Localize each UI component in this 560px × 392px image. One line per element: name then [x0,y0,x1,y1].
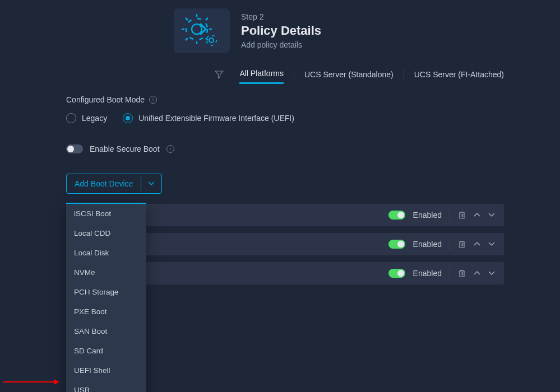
dropdown-item-local-disk[interactable]: Local Disk [66,243,146,263]
add-boot-label: Add Boot Device [67,174,141,193]
chevron-up-icon[interactable] [474,271,480,276]
platform-tabs: All Platforms UCS Server (Standalone) UC… [0,59,560,95]
radio-icon-selected [123,113,133,123]
boot-enabled-toggle[interactable] [388,240,405,249]
boot-mode-label-row: Configured Boot Mode i [66,95,504,104]
radio-icon [66,113,76,123]
annotation-arrow-icon [3,378,59,386]
step-label: Step 2 [241,12,321,21]
add-boot-device-button[interactable]: Add Boot Device [66,174,162,194]
divider [450,208,450,222]
delete-icon[interactable] [458,211,466,220]
boot-enabled-toggle[interactable] [388,211,405,220]
dropdown-item-uefi-shell[interactable]: UEFI Shell [66,361,146,380]
enabled-label: Enabled [413,269,442,278]
radio-uefi[interactable]: Unified Extensible Firmware Interface (U… [123,113,294,123]
policy-gear-illustration [174,8,230,53]
chevron-down-icon[interactable] [488,242,495,246]
delete-icon[interactable] [458,269,466,278]
gear-icon [180,12,224,49]
dropdown-item-nvme[interactable]: NVMe [66,263,146,282]
tab-all-platforms[interactable]: All Platforms [239,64,284,84]
dropdown-item-local-cdd[interactable]: Local CDD [66,223,146,243]
dropdown-item-pch-storage[interactable]: PCH Storage [66,282,146,302]
chevron-down-icon[interactable] [488,271,495,276]
chevron-down-icon[interactable] [488,213,495,217]
dropdown-item-san-boot[interactable]: SAN Boot [66,321,146,341]
boot-mode-radio-group: Legacy Unified Extensible Firmware Inter… [66,113,504,123]
dropdown-item-usb[interactable]: USB [66,380,146,392]
svg-point-1 [186,18,207,40]
page-description: Add policy details [241,40,321,49]
svg-point-2 [209,38,214,43]
radio-label: Unified Extensible Firmware Interface (U… [138,114,294,123]
add-boot-dropdown: iSCSI Boot Local CDD Local Disk NVMe PCH… [66,203,146,392]
svg-point-0 [192,24,202,34]
secure-boot-label: Enable Secure Boot [90,144,160,153]
filter-icon[interactable] [215,70,224,79]
tab-divider [294,69,294,80]
delete-icon[interactable] [458,240,466,249]
page-title: Policy Details [241,24,321,38]
chevron-up-icon[interactable] [474,242,480,246]
tab-standalone[interactable]: UCS Server (Standalone) [304,66,394,83]
radio-label: Legacy [82,114,107,123]
divider [450,267,450,280]
svg-marker-5 [54,379,59,385]
chevron-up-icon[interactable] [474,213,480,217]
info-icon[interactable]: i [149,96,157,104]
boot-enabled-toggle[interactable] [388,269,405,278]
dropdown-item-iscsi-boot[interactable]: iSCSI Boot [66,204,146,223]
info-icon[interactable]: i [166,145,174,153]
page-header: Step 2 Policy Details Add policy details [0,0,560,59]
radio-legacy[interactable]: Legacy [66,113,107,123]
chevron-down-icon [141,176,161,191]
divider [450,237,450,251]
secure-boot-toggle[interactable] [66,144,83,153]
enabled-label: Enabled [413,211,442,220]
dropdown-item-sd-card[interactable]: SD Card [66,341,146,361]
tab-fi-attached[interactable]: UCS Server (FI-Attached) [414,66,504,83]
enabled-label: Enabled [413,240,442,249]
dropdown-item-pxe-boot[interactable]: PXE Boot [66,302,146,321]
tab-divider [404,69,404,80]
secure-boot-row: Enable Secure Boot i [66,144,504,153]
boot-mode-label: Configured Boot Mode [66,95,145,104]
